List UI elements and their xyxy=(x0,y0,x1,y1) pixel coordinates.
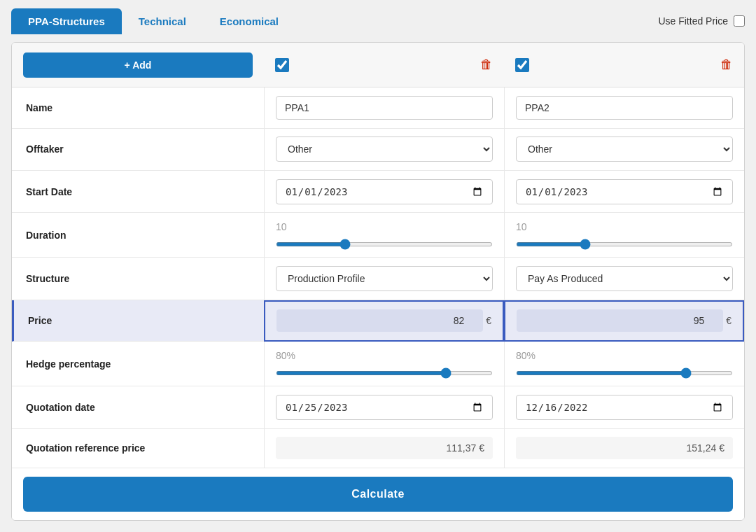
quotation-ref-price-ppa1-cell: 111,37 € xyxy=(264,429,504,468)
quotation-date-ppa2-cell xyxy=(504,386,744,428)
start-date-label: Start Date xyxy=(12,171,264,213)
quotation-date-ppa1-input[interactable] xyxy=(276,395,493,420)
ppa2-delete-icon[interactable]: 🗑 xyxy=(720,57,733,72)
structure-ppa2-select[interactable]: Production Profile Pay As Produced Fixed… xyxy=(516,266,733,291)
quotation-date-label: Quotation date xyxy=(12,386,264,428)
structure-ppa1-select[interactable]: Production Profile Pay As Produced Fixed… xyxy=(276,266,493,291)
price-ppa1-wrap: € xyxy=(276,309,491,332)
table-grid: + Add 🗑 🗑 Name Offtaker Other xyxy=(12,43,744,468)
header-label-col: + Add xyxy=(12,43,264,88)
name-ppa2-cell xyxy=(504,88,744,128)
name-label: Name xyxy=(12,88,264,128)
quotation-ref-price-ppa2-value: 151,24 € xyxy=(687,442,725,454)
duration-ppa2-cell: 10 xyxy=(504,213,744,258)
structure-ppa2-cell: Production Profile Pay As Produced Fixed… xyxy=(504,258,744,300)
hedge-ppa2-value: 80% xyxy=(516,350,733,361)
price-ppa1-input[interactable] xyxy=(276,309,483,332)
price-label: Price xyxy=(12,300,264,342)
quotation-ref-price-ppa1-value: 111,37 € xyxy=(447,442,485,454)
start-date-ppa1-input[interactable] xyxy=(276,179,493,204)
quotation-date-ppa1-cell xyxy=(264,386,504,428)
hedge-ppa1-value: 80% xyxy=(276,350,493,361)
duration-ppa2-slider[interactable] xyxy=(516,242,733,246)
header-ppa2: 🗑 xyxy=(504,43,744,88)
hedge-ppa1-slider[interactable] xyxy=(276,371,493,375)
quotation-ref-price-label: Quotation reference price xyxy=(12,429,264,468)
offtaker-ppa1-select[interactable]: Other Utility Industrial Municipal xyxy=(276,136,493,162)
duration-ppa1-cell: 10 xyxy=(264,213,504,258)
price-ppa2-currency: € xyxy=(726,315,732,326)
quotation-ref-price-ppa2-wrap: 151,24 € xyxy=(516,437,733,459)
calculate-btn-wrap: Calculate xyxy=(12,468,744,520)
hedge-ppa1-cell: 80% xyxy=(264,342,504,386)
nav-right: Use Fitted Price xyxy=(658,15,745,27)
price-ppa1-currency: € xyxy=(486,315,491,326)
name-ppa2-input[interactable] xyxy=(516,96,733,120)
structure-label: Structure xyxy=(12,258,264,300)
tab-technical[interactable]: Technical xyxy=(122,8,203,34)
hedge-ppa2-slider[interactable] xyxy=(516,371,733,375)
duration-ppa2-slider-container: 10 xyxy=(516,221,733,249)
structure-ppa1-cell: Production Profile Pay As Produced Fixed… xyxy=(264,258,504,300)
tab-economical[interactable]: Economical xyxy=(203,8,295,34)
offtaker-ppa2-cell: Other Utility Industrial Municipal xyxy=(504,129,744,171)
hedge-ppa2-cell: 80% xyxy=(504,342,744,386)
price-ppa2-wrap: € xyxy=(517,309,732,332)
add-button[interactable]: + Add xyxy=(23,52,253,78)
price-ppa1-cell: € xyxy=(264,300,504,342)
hedge-ppa1-slider-container: 80% xyxy=(276,350,493,378)
duration-ppa1-slider-container: 10 xyxy=(276,221,493,249)
price-ppa2-input[interactable] xyxy=(517,309,723,332)
app-container: PPA-Structures Technical Economical Use … xyxy=(0,0,756,532)
nav-tabs: PPA-Structures Technical Economical Use … xyxy=(0,0,756,42)
use-fitted-price-checkbox[interactable] xyxy=(734,15,745,27)
calculate-button[interactable]: Calculate xyxy=(23,477,733,512)
quotation-ref-price-ppa2-cell: 151,24 € xyxy=(504,429,744,468)
duration-ppa1-value: 10 xyxy=(276,221,493,232)
offtaker-ppa2-select[interactable]: Other Utility Industrial Municipal xyxy=(516,136,733,162)
duration-label: Duration xyxy=(12,213,264,258)
hedge-percentage-label: Hedge percentage xyxy=(12,342,264,386)
quotation-date-ppa2-input[interactable] xyxy=(516,395,733,420)
quotation-ref-price-ppa1-wrap: 111,37 € xyxy=(276,437,493,459)
ppa1-delete-icon[interactable]: 🗑 xyxy=(480,57,493,72)
name-ppa1-cell xyxy=(264,88,504,128)
start-date-ppa2-cell xyxy=(504,171,744,213)
main-panel: + Add 🗑 🗑 Name Offtaker Other xyxy=(11,42,745,521)
duration-ppa1-slider[interactable] xyxy=(276,242,493,246)
nav-left: PPA-Structures Technical Economical xyxy=(11,8,295,34)
header-ppa1: 🗑 xyxy=(264,43,504,88)
hedge-ppa2-slider-container: 80% xyxy=(516,350,733,378)
price-ppa2-cell: € xyxy=(504,300,744,342)
ppa1-checkbox[interactable] xyxy=(275,58,289,72)
offtaker-ppa1-cell: Other Utility Industrial Municipal xyxy=(264,129,504,171)
offtaker-label: Offtaker xyxy=(12,129,264,171)
ppa2-checkbox[interactable] xyxy=(515,58,529,72)
use-fitted-price-label: Use Fitted Price xyxy=(658,15,728,27)
start-date-ppa2-input[interactable] xyxy=(516,179,733,204)
start-date-ppa1-cell xyxy=(264,171,504,213)
name-ppa1-input[interactable] xyxy=(276,96,493,120)
duration-ppa2-value: 10 xyxy=(516,221,733,232)
tab-ppa-structures[interactable]: PPA-Structures xyxy=(11,8,122,34)
